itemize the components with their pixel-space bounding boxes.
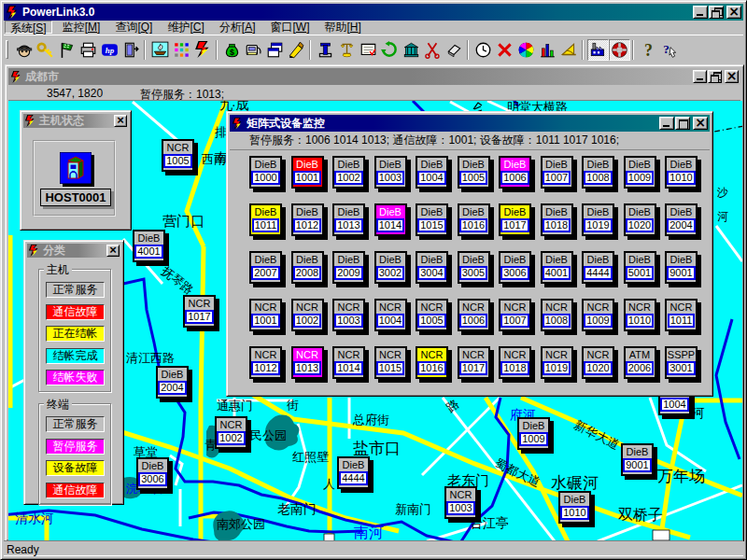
marker-pen-icon[interactable] bbox=[286, 39, 307, 61]
printer-icon[interactable] bbox=[78, 39, 99, 61]
column-i-icon[interactable] bbox=[315, 39, 336, 61]
menu-item-W[interactable]: 窗口[W] bbox=[265, 21, 314, 34]
device-button-DieB-1013[interactable]: DieB1013 bbox=[332, 203, 365, 236]
device-button-DieB-1001[interactable]: DieB1001 bbox=[291, 156, 324, 189]
device-button-DieB-1010[interactable]: DieB1010 bbox=[558, 491, 591, 524]
device-button-SSPP-3001[interactable]: SSPP3001 bbox=[665, 346, 698, 379]
pavilion-icon[interactable] bbox=[401, 39, 422, 61]
color-wheel-icon[interactable] bbox=[515, 39, 537, 61]
device-button-NCR-1004[interactable]: NCR1004 bbox=[374, 299, 407, 331]
matrix-titlebar[interactable]: 矩阵式设备监控 bbox=[230, 115, 710, 132]
device-button-DieB-2004[interactable]: DieB2004 bbox=[156, 366, 189, 399]
money-bag-icon[interactable]: $ bbox=[221, 39, 243, 61]
device-button-DieB-3006[interactable]: DieB3006 bbox=[499, 251, 531, 284]
key-icon[interactable] bbox=[35, 39, 56, 61]
lightning-icon[interactable] bbox=[192, 39, 214, 61]
duty-officer-icon[interactable] bbox=[13, 39, 35, 61]
device-button-NCR-1003[interactable]: NCR1003 bbox=[332, 299, 365, 331]
bar-chart-icon[interactable] bbox=[537, 39, 558, 61]
device-button-NCR-1018[interactable]: NCR1018 bbox=[499, 346, 531, 379]
device-button-NCR-1017[interactable]: NCR1017 bbox=[183, 295, 216, 328]
menu-item-A[interactable]: 分析[A] bbox=[215, 21, 261, 34]
device-button-DieB-1007[interactable]: DieB1007 bbox=[541, 156, 573, 189]
device-button-DieB-4444[interactable]: DieB4444 bbox=[337, 456, 370, 489]
device-button-DieB-3006[interactable]: DieB3006 bbox=[136, 457, 169, 490]
device-button-NCR-1002[interactable]: NCR1002 bbox=[215, 416, 247, 449]
device-button-DieB-1005[interactable]: DieB1005 bbox=[458, 156, 490, 189]
device-button-DieB-1006[interactable]: DieB1006 bbox=[499, 156, 531, 189]
device-button-NCR-1007[interactable]: NCR1007 bbox=[499, 299, 531, 331]
city-titlebar[interactable]: 成都市 bbox=[8, 68, 740, 85]
device-button-NCR-1011[interactable]: NCR1011 bbox=[665, 299, 698, 331]
matrix-maximize-button[interactable] bbox=[675, 117, 690, 130]
device-button-DieB-2008[interactable]: DieB2008 bbox=[291, 251, 324, 284]
device-button-DieB-1003[interactable]: DieB1003 bbox=[374, 156, 407, 189]
device-button-NCR-1002[interactable]: NCR1002 bbox=[291, 299, 324, 331]
scissors-icon[interactable] bbox=[422, 39, 444, 61]
device-button-NCR-1009[interactable]: NCR1009 bbox=[582, 299, 614, 331]
recycle-icon[interactable] bbox=[379, 39, 401, 61]
host-window-close-icon[interactable] bbox=[114, 115, 127, 127]
device-button-DieB-1016[interactable]: DieB1016 bbox=[458, 203, 490, 236]
device-button-DieB-1014[interactable]: DieB1014 bbox=[374, 203, 407, 236]
device-button-DieB-1002[interactable]: DieB1002 bbox=[332, 156, 365, 189]
host-window-titlebar[interactable]: 主机状态 bbox=[23, 114, 128, 128]
menu-item-Q[interactable]: 查询[Q] bbox=[110, 21, 157, 34]
device-button-DieB-1011[interactable]: DieB1011 bbox=[249, 203, 282, 236]
device-button-DieB-2009[interactable]: DieB2009 bbox=[332, 251, 365, 284]
device-button-DieB-1020[interactable]: DieB1020 bbox=[624, 203, 656, 236]
note-card-icon[interactable] bbox=[358, 39, 379, 61]
device-button-NCR-1020[interactable]: NCR1020 bbox=[582, 346, 614, 379]
device-button-DieB-1019[interactable]: DieB1019 bbox=[582, 203, 614, 236]
device-button-DieB-1010[interactable]: DieB1010 bbox=[665, 156, 698, 189]
device-button-DieB-5001[interactable]: DieB5001 bbox=[624, 251, 656, 284]
device-button-DieB-1015[interactable]: DieB1015 bbox=[416, 203, 448, 236]
device-button-NCR-1005[interactable]: NCR1005 bbox=[416, 299, 448, 331]
device-button-DieB-1009[interactable]: DieB1009 bbox=[517, 417, 550, 450]
device-button-NCR-1017[interactable]: NCR1017 bbox=[458, 346, 490, 379]
factory-icon[interactable] bbox=[587, 39, 609, 61]
device-button-DieB-2004[interactable]: DieB2004 bbox=[665, 203, 698, 236]
device-button-DieB-3005[interactable]: DieB3005 bbox=[458, 251, 490, 284]
device-button-DieB-1018[interactable]: DieB1018 bbox=[541, 203, 573, 236]
device-button-DieB-1004[interactable]: DieB1004 bbox=[416, 156, 448, 189]
scales-icon[interactable] bbox=[336, 39, 358, 61]
device-button-NCR-1003[interactable]: NCR1003 bbox=[444, 486, 477, 519]
device-button-DieB-1009[interactable]: DieB1009 bbox=[624, 156, 656, 189]
device-button-NCR-1010[interactable]: NCR1010 bbox=[624, 299, 656, 331]
eraser-icon[interactable] bbox=[444, 39, 465, 61]
context-help-icon[interactable]: ? bbox=[659, 39, 681, 61]
device-button-NCR-1012[interactable]: NCR1012 bbox=[249, 346, 282, 379]
device-button-DieB-9001[interactable]: DieB9001 bbox=[621, 443, 654, 476]
clock-icon[interactable] bbox=[472, 39, 494, 61]
matrix-close-button[interactable] bbox=[693, 117, 708, 130]
device-button-DieB-1000[interactable]: DieB1000 bbox=[249, 156, 282, 189]
delete-x-icon[interactable] bbox=[494, 39, 515, 61]
device-button-DieB-2007[interactable]: DieB2007 bbox=[249, 251, 282, 284]
legend-titlebar[interactable]: 分类 bbox=[27, 244, 120, 258]
device-button-DieB-4444[interactable]: DieB4444 bbox=[582, 251, 614, 284]
device-button-DieB-1008[interactable]: DieB1008 bbox=[582, 156, 614, 189]
card-reader-icon[interactable] bbox=[243, 39, 264, 61]
device-button-DieB-1012[interactable]: DieB1012 bbox=[291, 203, 324, 236]
help-icon[interactable]: ? bbox=[638, 39, 659, 61]
device-button-NCR-1019[interactable]: NCR1019 bbox=[541, 346, 573, 379]
city-minimize-button[interactable] bbox=[693, 70, 707, 83]
ship-icon[interactable] bbox=[149, 39, 171, 61]
device-button-DieB-3002[interactable]: DieB3002 bbox=[374, 251, 407, 284]
menu-item-H[interactable]: 帮助[H] bbox=[320, 21, 366, 34]
flag-icon[interactable] bbox=[56, 39, 78, 61]
cascade-windows-icon[interactable] bbox=[264, 39, 286, 61]
device-button-NCR-1006[interactable]: NCR1006 bbox=[458, 299, 490, 331]
matrix-minimize-button[interactable] bbox=[659, 117, 674, 130]
menu-item-M[interactable]: 监控[M] bbox=[58, 21, 106, 34]
device-button-DieB-4001[interactable]: DieB4001 bbox=[133, 230, 165, 262]
color-grid-icon[interactable] bbox=[171, 39, 192, 61]
menu-item-C[interactable]: 维护[C] bbox=[162, 21, 208, 34]
hp-logo-icon[interactable]: hp bbox=[99, 39, 120, 61]
device-button-DieB-1017[interactable]: DieB1017 bbox=[499, 203, 531, 236]
device-button-NCR-1013[interactable]: NCR1013 bbox=[291, 346, 324, 379]
device-button-NCR-1016[interactable]: NCR1016 bbox=[416, 346, 448, 379]
minimize-button[interactable] bbox=[693, 6, 708, 19]
device-button-NCR-1001[interactable]: NCR1001 bbox=[249, 299, 282, 331]
